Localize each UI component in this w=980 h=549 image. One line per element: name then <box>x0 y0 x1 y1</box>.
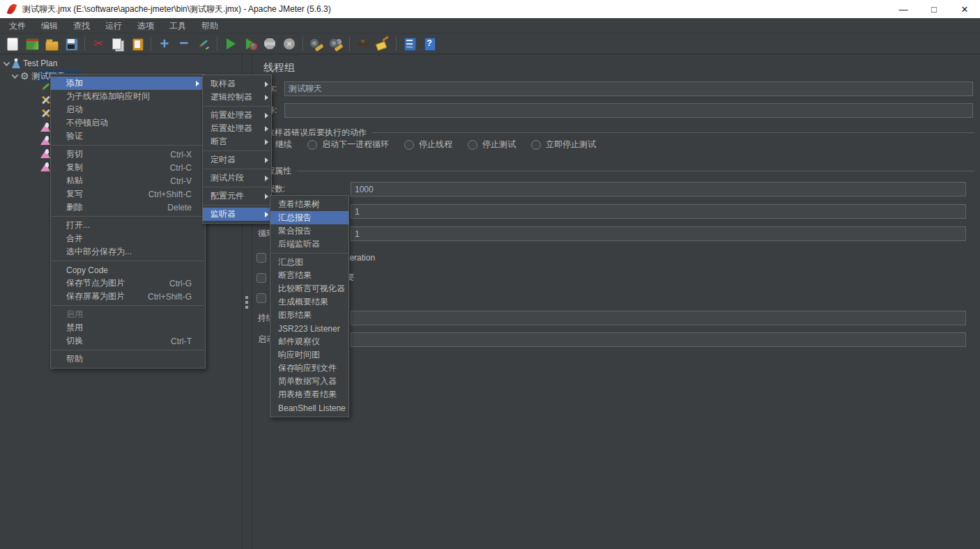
function-helper-icon[interactable] <box>401 35 419 53</box>
open-file-icon[interactable] <box>43 35 61 53</box>
checkbox[interactable] <box>257 253 266 263</box>
reset-search-icon[interactable] <box>374 35 392 53</box>
menu-item[interactable]: 禁用 <box>51 321 205 334</box>
radio-option[interactable]: 启动下一进程循环 <box>307 139 389 150</box>
loops-input[interactable] <box>351 226 966 241</box>
menu-item[interactable]: 粘贴 Ctrl-V <box>51 174 205 187</box>
duration-input[interactable] <box>351 311 966 325</box>
menu-item[interactable]: 定时器 <box>203 153 271 167</box>
stop-icon[interactable] <box>261 35 279 53</box>
paste-icon[interactable] <box>128 35 146 53</box>
menu-item[interactable]: 切换 Ctrl-T <box>51 334 205 348</box>
menu-item[interactable]: 打开... <box>51 219 205 232</box>
menu-item[interactable]: 验证 <box>51 130 205 143</box>
chevron-down-icon[interactable] <box>12 72 19 79</box>
menubar-item[interactable]: 编辑 <box>33 18 66 33</box>
separator <box>52 216 204 217</box>
menu-item[interactable]: 测试片段 <box>203 171 271 185</box>
shutdown-icon[interactable] <box>280 35 298 53</box>
menu-item[interactable]: JSR223 Listener <box>270 322 349 335</box>
comments-input[interactable] <box>284 103 973 118</box>
clear-icon[interactable] <box>307 35 326 53</box>
menu-item[interactable]: 简单数据写入器 <box>270 375 349 388</box>
menu-item[interactable]: 取样器 <box>203 77 271 91</box>
menu-item[interactable]: Copy Code <box>51 263 205 277</box>
menu-item[interactable]: 后置处理器 <box>203 122 271 135</box>
menu-item[interactable]: 为子线程添加响应时间 <box>51 90 205 103</box>
help-icon[interactable] <box>420 35 438 53</box>
menu-item[interactable]: 保存节点为图片 Ctrl-G <box>51 277 205 290</box>
separator <box>396 37 397 51</box>
error-action-section: 在取样器错误后要执行的动作 <box>258 127 974 138</box>
menubar-item[interactable]: 帮助 <box>194 18 226 33</box>
menu-item[interactable]: 监听器 <box>203 208 271 221</box>
menu-item[interactable]: 汇总图 <box>270 256 349 269</box>
menubar-item[interactable]: 运行 <box>98 18 130 33</box>
menu-item[interactable]: 添加 <box>51 77 205 90</box>
menu-item[interactable]: 前置处理器 <box>203 109 271 122</box>
search-icon[interactable] <box>354 35 372 53</box>
submenu-arrow-icon <box>265 126 268 132</box>
menu-item[interactable]: 生成概要结果 <box>270 295 349 309</box>
menu-item[interactable]: BeanShell Listener <box>270 401 349 415</box>
menu-item[interactable]: 配置元件 <box>203 190 271 203</box>
expand-add-icon[interactable] <box>155 35 174 53</box>
startup-delay-input[interactable] <box>351 332 966 347</box>
menubar-item[interactable]: 查找 <box>66 18 98 33</box>
menu-item[interactable]: 删除 Delete <box>51 201 205 214</box>
name-input[interactable] <box>284 82 973 96</box>
menu-item[interactable]: 保存响应到文件 <box>270 362 349 375</box>
menu-item[interactable]: 复制 Ctrl-C <box>51 161 205 174</box>
close-button[interactable]: ✕ <box>949 0 980 18</box>
menu-item[interactable]: 响应时间图 <box>270 348 349 362</box>
radio-icon <box>404 140 414 150</box>
checkbox[interactable] <box>257 293 266 303</box>
clear-all-icon[interactable] <box>327 35 345 53</box>
menu-item[interactable]: 剪切 Ctrl-X <box>51 148 205 161</box>
collapse-remove-icon[interactable] <box>175 35 193 53</box>
radio-option[interactable]: 停止测试 <box>468 139 516 150</box>
menu-item[interactable]: 启动 <box>51 103 205 116</box>
checkbox[interactable] <box>257 273 266 283</box>
menu-item[interactable]: 保存屏幕为图片 Ctrl+Shift-G <box>51 290 205 303</box>
copy-icon[interactable] <box>109 35 127 53</box>
menu-item[interactable]: 选中部分保存为... <box>51 245 205 258</box>
menu-item[interactable]: 逻辑控制器 <box>203 91 271 104</box>
start-no-pauses-icon[interactable] <box>241 35 259 53</box>
maximize-button[interactable]: □ <box>919 0 949 18</box>
threads-input[interactable] <box>351 182 966 196</box>
menu-item[interactable]: 启用 <box>51 308 205 321</box>
menubar-item[interactable]: 文件 <box>1 18 33 33</box>
menu-item[interactable]: 复写 Ctrl+Shift-C <box>51 187 205 201</box>
menu-item[interactable]: 图形结果 <box>270 309 349 322</box>
menubar-item[interactable]: 工具 <box>162 18 194 33</box>
menu-item[interactable]: 用表格查看结果 <box>270 388 349 401</box>
menu-item[interactable]: 后端监听器 <box>270 238 349 251</box>
menu-item[interactable]: 查看结果树 <box>270 198 349 211</box>
templates-icon[interactable] <box>23 35 41 53</box>
splitter-grip-icon[interactable] <box>245 296 249 309</box>
menu-item[interactable]: 帮助 <box>51 353 205 366</box>
menu-item[interactable]: 不停顿启动 <box>51 116 205 130</box>
new-file-icon[interactable] <box>3 35 22 53</box>
menu-item[interactable]: 合并 <box>51 232 205 245</box>
menu-item[interactable]: 断言结果 <box>270 269 349 282</box>
menu-item[interactable]: 汇总报告 <box>270 211 349 224</box>
chevron-down-icon[interactable] <box>3 59 10 66</box>
radio-option[interactable]: 停止线程 <box>404 139 452 150</box>
menu-item[interactable]: 断言 <box>203 135 271 148</box>
titlebar: 测试聊天.jmx (E:\software\apache-jmeter\bin\… <box>0 0 980 18</box>
menu-item[interactable]: 比较断言可视化器 <box>270 282 349 295</box>
radio-option[interactable]: 立即停止测试 <box>531 139 596 150</box>
cut-icon[interactable] <box>89 35 107 53</box>
menu-item[interactable]: 邮件观察仪 <box>270 335 349 348</box>
menubar-item[interactable]: 选项 <box>130 18 162 33</box>
rampup-input[interactable] <box>351 204 966 219</box>
test-plan-flask-icon <box>12 59 20 68</box>
minimize-button[interactable]: — <box>888 0 919 18</box>
toggle-edit-icon[interactable] <box>194 35 213 53</box>
save-icon[interactable] <box>62 35 80 53</box>
tree-node-test-plan[interactable]: Test Plan <box>4 57 57 70</box>
menu-item[interactable]: 聚合报告 <box>270 224 349 238</box>
start-icon[interactable] <box>222 35 240 53</box>
